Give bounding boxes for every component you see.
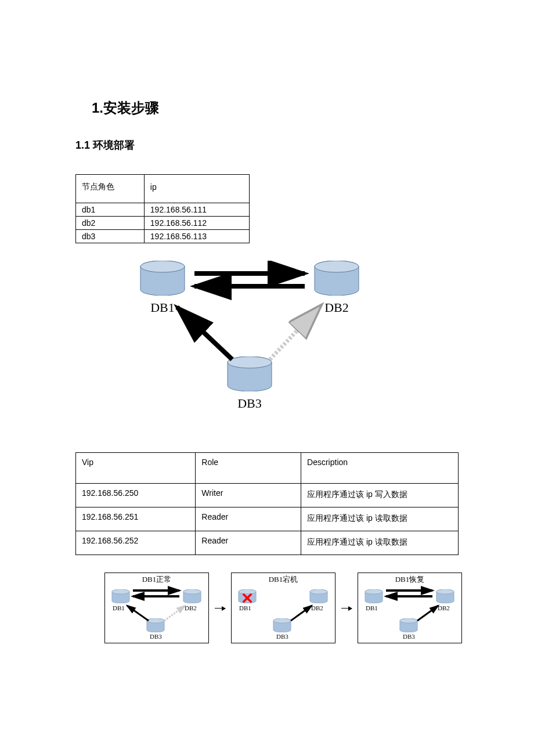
state-box-recover: DB1恢复 DB1 DB2 DB3 [358,573,462,643]
desc-cell: 应用程序通过该 ip 写入数据 [301,484,459,507]
db1-label: DB1 [366,604,378,611]
db1-label: DB1 [239,604,251,611]
db2-label: DB2 [438,604,450,611]
db2-label: DB2 [313,300,360,315]
node-table: 节点角色 ip db1 192.168.56.111 db2 192.168.5… [75,174,250,243]
svg-point-27 [273,618,291,623]
node-ip-cell: 192.168.56.112 [144,217,249,230]
db3-cylinder-icon [226,357,273,391]
state-title: DB1宕机 [232,574,335,585]
svg-point-34 [400,618,417,623]
db3-cylinder-icon [146,618,165,632]
cross-icon [242,593,252,603]
db1-label: DB1 [139,300,186,315]
db3-label: DB3 [226,396,273,411]
table-row: 192.168.56.252 Reader 应用程序通过该 ip 读取数据 [76,531,459,555]
db3-cylinder-icon [272,618,292,632]
svg-point-25 [310,589,327,594]
state-title: DB1恢复 [358,574,461,585]
table-row: db3 192.168.56.113 [76,230,250,243]
state-title: DB1正常 [105,574,208,585]
node-role-cell: db2 [76,217,145,230]
table-header-row: 节点角色 ip [76,175,250,203]
state-box-normal: DB1正常 DB1 DB2 DB3 [104,573,209,643]
vip-table: Vip Role Description 192.168.56.250 Writ… [75,452,459,555]
desc-cell: 应用程序通过该 ip 读取数据 [301,507,459,531]
vip-header-desc: Description [301,453,459,484]
table-row: 192.168.56.251 Reader 应用程序通过该 ip 读取数据 [76,507,459,531]
role-cell: Reader [196,531,301,555]
svg-point-13 [183,589,201,594]
db2-cylinder-icon [182,589,202,603]
node-header-role: 节点角色 [76,175,145,203]
node-ip-cell: 192.168.56.111 [144,203,249,217]
node-header-ip: ip [144,175,249,203]
table-row: db2 192.168.56.112 [76,217,250,230]
heading-1: 1.安装步骤 [92,99,464,117]
db1-cylinder-icon [139,261,186,296]
db2-label: DB2 [185,604,197,611]
svg-line-37 [417,606,438,621]
transition-arrow-icon [215,608,225,609]
db2-label: DB2 [311,604,323,611]
role-cell: Reader [196,507,301,531]
svg-point-30 [365,589,383,594]
role-cell: Writer [196,484,301,507]
vip-cell: 192.168.56.250 [76,484,196,507]
node-ip-cell: 192.168.56.113 [144,230,249,243]
state-box-down: DB1宕机 DB1 DB2 DB3 [231,573,335,643]
db1-cylinder-icon [111,589,131,603]
db1-label: DB1 [113,604,125,611]
db2-cylinder-icon [313,261,360,296]
vip-cell: 192.168.56.252 [76,531,196,555]
vip-cell: 192.168.56.251 [76,507,196,531]
db2-cylinder-icon [309,589,329,603]
table-row: 192.168.56.250 Writer 应用程序通过该 ip 写入数据 [76,484,459,507]
desc-cell: 应用程序通过该 ip 读取数据 [301,531,459,555]
vip-header-vip: Vip [76,453,196,484]
svg-point-1 [140,261,185,272]
heading-1-1: 1.1 环境部署 [75,138,464,152]
svg-line-19 [164,606,185,621]
db3-label: DB3 [403,633,415,640]
state-transition-diagram: DB1正常 DB1 DB2 DB3 D [104,573,464,643]
db3-cylinder-icon [399,618,418,632]
svg-point-32 [436,589,454,594]
node-role-cell: db1 [76,203,145,217]
svg-point-15 [147,618,164,623]
db2-cylinder-icon [435,589,455,603]
node-role-cell: db3 [76,230,145,243]
svg-line-9 [270,307,319,359]
svg-point-5 [228,357,272,368]
topology-diagram: DB1 DB2 DB3 [110,261,464,441]
table-row: db1 192.168.56.111 [76,203,250,217]
table-header-row: Vip Role Description [76,453,459,484]
db1-cylinder-icon [364,589,384,603]
svg-point-3 [315,261,359,272]
svg-line-28 [291,606,312,621]
vip-header-role: Role [196,453,301,484]
db3-label: DB3 [150,633,162,640]
db3-label: DB3 [276,633,288,640]
transition-arrow-icon [341,608,352,609]
svg-point-11 [112,589,129,594]
